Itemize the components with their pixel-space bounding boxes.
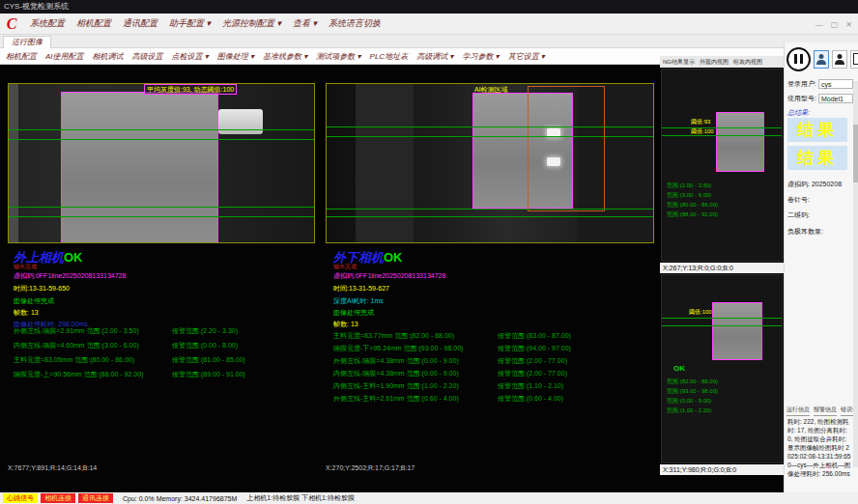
- comm-connect-badge: 通讯连接: [78, 493, 113, 503]
- camera2-machinery: [356, 84, 414, 242]
- tab-alarm-info[interactable]: 报警信息: [814, 406, 837, 416]
- tool-plc-address[interactable]: PLC地址表: [370, 51, 409, 62]
- camera2-time: 时间:13-31-59-627: [333, 284, 389, 294]
- preview1-view[interactable]: 阈值:93 阈值:100 范围:(2.00 - 3.50) 范围:(3.00 -…: [661, 69, 783, 262]
- camera1-view[interactable]: 平均灰度值:93, 动态阈值:100: [8, 83, 315, 243]
- tool-camera-debug[interactable]: 相机调试: [93, 51, 124, 62]
- camera2-view[interactable]: AI检测区域: [326, 83, 654, 243]
- camera1-left-band: [9, 84, 18, 242]
- pause-button[interactable]: [786, 47, 811, 71]
- menu-light-control[interactable]: 光源控制配置 ▾: [222, 17, 281, 30]
- model-label: 使用型号:: [787, 95, 816, 101]
- result-badge-2: 结果: [787, 146, 847, 170]
- camera1-measure-row: 隔膜宽度-上=90.56mm 范围:(88.00 - 92.00): [14, 370, 143, 382]
- preview2-measure-line: [662, 325, 782, 326]
- camera1-alarm-row: 报警范围:(0.00 - 8.00): [172, 341, 238, 353]
- preview-tabs: NG结果显示 外观内视图 组装内视图: [660, 56, 784, 68]
- preview2-threshold-overlay: 阈值:100: [689, 308, 712, 316]
- tool-test-params[interactable]: 测试项参数 ▾: [316, 51, 360, 62]
- sidebar-scrollbar[interactable]: [853, 81, 858, 467]
- tool-ai-config[interactable]: AI使用配置: [45, 51, 84, 62]
- camera2-measure-row: 内侧左线-主料=1.90mm 范围:(1.00 - 2.20): [333, 381, 459, 394]
- tool-advanced-debug[interactable]: 高级调试 ▾: [416, 51, 453, 62]
- alarm-range: 报警范围:(81.00 - 85.00): [172, 356, 245, 363]
- virtual-code-label: 虚拟码:: [787, 181, 810, 187]
- alarm-range: 报警范围:(0.00 - 8.00): [172, 342, 238, 349]
- camera1-connector: [218, 109, 263, 134]
- tab-count-label: 负极耳数量:: [787, 227, 823, 237]
- camera2-status: OK: [384, 250, 403, 265]
- close-icon[interactable]: ✕: [845, 20, 852, 29]
- measure-value: 隔膜宽度-上=90.56mm 范围:(88.00 - 92.00): [14, 371, 143, 378]
- camera1-measure-line: [9, 129, 314, 130]
- alarm-range: 报警范围:(1.10 - 2.10): [498, 382, 563, 389]
- measure-value: 外侧左线-主料=2.61mm 范围:(0.60 - 4.00): [333, 395, 459, 402]
- preview2-result-line: 范围:(82.00 - 88.00): [667, 378, 718, 385]
- logout-button[interactable]: [850, 50, 858, 69]
- camera1-measure-line: [9, 139, 314, 140]
- menu-system-config[interactable]: 系统配置: [30, 17, 65, 30]
- virtual-code-value: 20250208: [812, 181, 842, 187]
- camera2-done: 图像处理完成: [333, 308, 374, 318]
- measure-value: 外侧左线-隔膜=4.38mm 范围:(0.00 - 9.00): [333, 357, 459, 364]
- info-tabs: 运行信息 报警信息 错误信息: [786, 406, 858, 416]
- alarm-range: 报警范围:(2.20 - 3.30): [172, 327, 238, 334]
- camera2-cursor-coord: X:270;Y:2502;R:17;G:17;B:17: [326, 464, 415, 471]
- model-field[interactable]: Model1: [818, 94, 853, 103]
- measure-value: 隔膜宽度-下=95.24mm 范围:(93.00 - 98.00): [333, 345, 463, 351]
- camera1-measure-row: 内侧左线-隔膜=4.60mm 范围:(3.00 - 6.00): [14, 341, 139, 353]
- camera1-cursor-coord: X:7677;Y:891;R:14;G:14;B:14: [8, 464, 97, 471]
- camera2-measure-row: 隔膜宽度-下=95.24mm 范围:(93.00 - 98.00): [333, 344, 463, 356]
- virtual-code-row: 虚拟码: 20250208: [787, 180, 842, 189]
- camera1-frame: 帧数: 13: [14, 308, 39, 318]
- camera1-measure-row: 主料宽度=83.05mm 范围:(80.00 - 86.00): [14, 355, 134, 368]
- tool-baseline-params[interactable]: 基准线参数 ▾: [263, 51, 307, 62]
- tab-run-info[interactable]: 运行信息: [786, 406, 810, 416]
- menu-view[interactable]: 查看 ▾: [293, 17, 317, 30]
- tool-camera-config[interactable]: 相机配置: [6, 51, 37, 62]
- login-user-field[interactable]: cys: [818, 79, 853, 89]
- scrollbar-thumb[interactable]: [853, 125, 858, 182]
- tab-strip: 运行图像: [0, 35, 858, 48]
- app-logo-icon: C: [3, 15, 20, 33]
- tool-advanced-settings[interactable]: 高级设置: [132, 51, 163, 62]
- preview-tab-assembly-view[interactable]: 组装内视图: [733, 58, 762, 67]
- menu-language-switch[interactable]: 系统语言切换: [329, 17, 381, 30]
- menu-bar: C 系统配置 相机配置 通讯配置 助手配置 ▾ 光源控制配置 ▾ 查看 ▾ 系统…: [0, 14, 858, 35]
- camera2-alarm-row: 报警范围:(1.10 - 2.10): [498, 381, 563, 394]
- maximize-icon[interactable]: ▢: [831, 20, 839, 29]
- tool-image-processing[interactable]: 图像处理 ▾: [217, 51, 254, 62]
- result-badge-1: 结果: [787, 118, 847, 142]
- tool-learning-params[interactable]: 学习参数 ▾: [462, 51, 499, 62]
- tool-other-settings[interactable]: 其它设置 ▾: [508, 51, 545, 62]
- menu-comm-config[interactable]: 通讯配置: [123, 17, 157, 30]
- measure-value: 内侧左线-隔膜=4.60mm 范围:(3.00 - 6.00): [14, 342, 139, 349]
- menu-assistant-config[interactable]: 助手配置 ▾: [169, 17, 211, 30]
- camera1-measure-line: [9, 216, 314, 217]
- preview-tab-ng-result[interactable]: NG结果显示: [663, 58, 695, 67]
- preview1-measure-line: [662, 135, 782, 136]
- control-sidebar: 登录用户: cys 使用型号: Model1 总结果: 结果 结果 虚拟码: 2…: [784, 42, 858, 492]
- alarm-range: 报警范围:(2.00 - 77.00): [498, 357, 567, 364]
- operator-login-button[interactable]: [814, 50, 829, 69]
- preview2-view[interactable]: 阈值:100 OK 范围:(82.00 - 88.00) 范围:(93.00 -…: [661, 274, 783, 463]
- model-row: 使用型号: Model1: [787, 94, 853, 103]
- alarm-range: 报警范围:(89.00 - 91.00): [172, 371, 245, 378]
- camera1-product-region: [61, 92, 218, 243]
- total-result-label: 总结果:: [787, 108, 810, 118]
- camera2-measure-row: 内侧左线-隔膜=4.38mm 范围:(0.00 - 9.00): [333, 369, 459, 381]
- camera1-alarm-row: 报警范围:(89.00 - 91.00): [172, 370, 245, 382]
- tab-run-image[interactable]: 运行图像: [3, 36, 51, 48]
- camera2-measure-row: 外侧左线-隔膜=4.38mm 范围:(0.00 - 9.00): [333, 356, 459, 369]
- minimize-icon[interactable]: —: [815, 20, 823, 29]
- admin-user-button[interactable]: [832, 50, 847, 69]
- preview-tab-outer-view[interactable]: 外观内视图: [700, 58, 729, 67]
- menu-camera-config[interactable]: 相机配置: [76, 17, 111, 30]
- camera1-alarm-row: 报警范围:(81.00 - 85.00): [172, 355, 245, 368]
- tool-spot-check[interactable]: 点检设置 ▾: [172, 51, 209, 62]
- preview2-product-region: [712, 302, 762, 360]
- preview1-product-region: [716, 112, 764, 172]
- preview2-cursor-coord: X:311;Y:980;R:0;G:0;B:0: [660, 464, 784, 475]
- sidebar-button-row: [786, 45, 858, 72]
- status-bar: 心跳信号 相机连接 通讯连接 Cpu: 0.0% Memory: 3424.41…: [0, 492, 858, 504]
